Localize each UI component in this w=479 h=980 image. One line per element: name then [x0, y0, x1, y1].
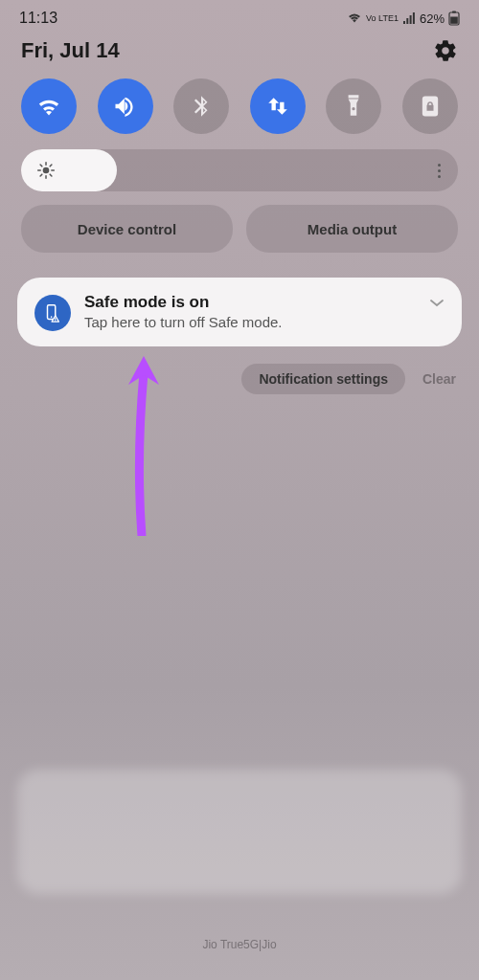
data-arrows-icon: [265, 94, 290, 119]
date-label: Fri, Jul 14: [21, 38, 120, 63]
clear-button[interactable]: Clear: [422, 371, 456, 387]
background-blur: [17, 769, 462, 894]
expand-button[interactable]: [429, 295, 445, 312]
notification-text: Safe mode is on Tap here to turn off Saf…: [84, 293, 445, 330]
svg-line-11: [40, 174, 42, 176]
brightness-slider-wrap: [0, 149, 479, 205]
panel-header: Fri, Jul 14: [0, 33, 479, 75]
device-control-button[interactable]: Device control: [21, 205, 233, 253]
svg-line-12: [50, 165, 52, 167]
svg-line-9: [40, 165, 42, 167]
battery-percent: 62%: [420, 11, 445, 26]
flashlight-toggle[interactable]: [326, 78, 381, 134]
status-time: 11:13: [19, 10, 57, 27]
flashlight-icon: [342, 93, 365, 120]
notification-actions: Notification settings Clear: [0, 352, 479, 406]
notification-settings-button[interactable]: Notification settings: [241, 364, 405, 394]
media-output-button[interactable]: Media output: [246, 205, 458, 253]
svg-point-16: [55, 320, 56, 321]
volte-label: Vo LTE1: [366, 14, 399, 23]
settings-button[interactable]: [433, 38, 458, 63]
gear-icon: [433, 38, 458, 63]
svg-rect-2: [450, 17, 458, 24]
svg-line-10: [50, 174, 52, 176]
status-bar: 11:13 Vo LTE1 62%: [0, 0, 479, 33]
wifi-toggle[interactable]: [21, 78, 77, 134]
wifi-status-icon: [347, 12, 362, 24]
mobile-data-toggle[interactable]: [250, 78, 306, 134]
brightness-slider[interactable]: [21, 149, 458, 191]
bluetooth-icon: [189, 94, 214, 119]
svg-point-4: [43, 167, 50, 174]
carrier-label: Jio True5G|Jio: [0, 938, 479, 951]
brightness-fill: [21, 149, 117, 191]
wifi-icon: [34, 95, 63, 118]
sound-icon: [112, 93, 139, 120]
notification-title: Safe mode is on: [84, 293, 445, 312]
signal-icon: [402, 12, 416, 24]
lock-icon: [417, 93, 444, 120]
brightness-menu-icon[interactable]: [438, 164, 441, 178]
chevron-down-icon: [429, 299, 445, 308]
phone-alert-icon: [42, 302, 63, 323]
sound-toggle[interactable]: [98, 78, 153, 134]
status-right: Vo LTE1 62%: [347, 11, 460, 26]
svg-rect-1: [452, 11, 456, 13]
battery-icon: [448, 11, 460, 26]
rotation-lock-toggle[interactable]: [402, 78, 458, 134]
notification-app-icon: [34, 295, 71, 331]
svg-point-14: [51, 316, 53, 318]
safe-mode-notification[interactable]: Safe mode is on Tap here to turn off Saf…: [17, 278, 462, 346]
notification-body: Tap here to turn off Safe mode.: [84, 314, 445, 330]
quick-toggles: [0, 75, 479, 149]
panel-shortcuts: Device control Media output: [0, 205, 479, 272]
bluetooth-toggle[interactable]: [173, 78, 229, 134]
brightness-icon: [36, 161, 56, 180]
